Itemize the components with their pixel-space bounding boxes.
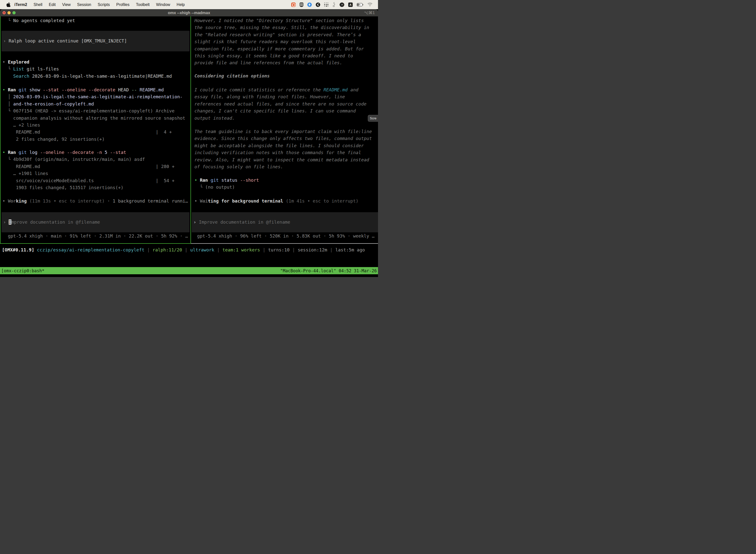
zoom-button[interactable] — [12, 11, 16, 14]
terminal-line: └ (no output) — [194, 184, 378, 190]
terminal-line: src/voice/voiceModeEnabled.ts | 54 + — [2, 177, 191, 184]
terminal-line: • Waiting for background terminal (1m 41… — [194, 198, 378, 205]
apple-icon — [6, 2, 10, 7]
terminal-line: evidence. Since this change only affects… — [194, 135, 378, 142]
pane-border-bottom-right — [191, 243, 378, 244]
window-titlebar[interactable]: omx --xhigh --madmax ⌥⌘1 — [0, 9, 378, 16]
prompt-input[interactable]: › Improve documentation in @filename — [192, 212, 378, 232]
terminal-line: › Ralph loop active continue [OMX_TMUX_I… — [1, 38, 189, 44]
screen-notification[interactable]: Scre — [368, 115, 378, 122]
terminal-line: • Ran git log --oneline --decorate -n 5 … — [2, 149, 191, 156]
terminal-line: the source tree, missing the essay. Stil… — [194, 24, 378, 31]
right-pane: However, I noticed the "Directory Struct… — [191, 16, 378, 243]
terminal-line: of focusing solely on file lines. — [194, 163, 378, 170]
pane-border-bottom-left — [0, 243, 191, 244]
terminal-line: review. Also, I might want to inspect th… — [194, 156, 378, 163]
terminal-line: slight risk that future readers may over… — [194, 38, 378, 45]
reasoning-paragraph: The team guideline is to back every impo… — [191, 128, 378, 170]
git-show-block: • Ran git show --stat --oneline --decora… — [0, 87, 191, 143]
terminal-line: output instead. — [194, 115, 378, 122]
terminal-line: • Ran git show --stat --oneline --decora… — [2, 87, 191, 93]
badge-61-icon[interactable]: ..61 — [339, 2, 344, 7]
terminal-line: • Working (11m 13s • esc to interrupt) ·… — [2, 198, 191, 205]
terminal-line: └ 4b9d30f (origin/main, instructkr/main,… — [2, 156, 191, 163]
terminal-line: │ 2026-03-09-is-legal-the-same-as-legiti… — [2, 93, 191, 100]
terminal-line: … +2 lines — [2, 122, 191, 128]
agents-status: └ No agents completed yet — [0, 17, 191, 24]
shield-grid-icon[interactable] — [300, 2, 303, 7]
menu-item-profiles[interactable]: Profiles — [113, 2, 133, 7]
tmux-status-bar: [omx-cczip0:bash* "MacBook-Pro-44.local"… — [0, 267, 378, 274]
terminal-line: this single essay, it seems like a good … — [194, 52, 378, 59]
menu-item-view[interactable]: View — [59, 2, 74, 7]
screen-recording-icon[interactable] — [291, 2, 296, 7]
terminal-line: README.md | 280 + — [2, 163, 191, 170]
screen: iTerm2 ShellEditViewSessionScriptsProfil… — [0, 0, 378, 277]
terminal-line: including verification notes with those … — [194, 149, 378, 156]
menu-item-scripts[interactable]: Scripts — [94, 2, 113, 7]
session-statusline: gpt-5.4 xhigh · main · 91% left · 2.31M … — [0, 233, 191, 239]
dark-chevron-icon[interactable] — [316, 2, 320, 7]
menu-item-edit[interactable]: Edit — [46, 2, 59, 7]
menu-items: ShellEditViewSessionScriptsProfilesToolb… — [30, 2, 188, 7]
terminal-line: › Improve documentation in @filename — [1, 219, 189, 226]
close-button[interactable] — [2, 11, 6, 14]
reasoning-heading: Considering citation options — [191, 72, 378, 79]
minimize-button[interactable] — [7, 11, 11, 14]
terminal-line: changes, I can't cite specific file line… — [194, 107, 378, 114]
terminal-line: gpt-5.4 xhigh · main · 91% left · 2.31M … — [2, 233, 191, 239]
apple-menu[interactable] — [6, 2, 10, 7]
menu-item-toolbelt[interactable]: Toolbelt — [133, 2, 153, 7]
terminal-line: However, I noticed the "Directory Struct… — [194, 17, 378, 24]
terminal-line: companion file, especially if more comme… — [194, 45, 378, 52]
menu-item-shell[interactable]: Shell — [30, 2, 46, 7]
blue-badge-icon[interactable] — [307, 2, 312, 7]
input-source-icon[interactable]: A — [348, 2, 353, 7]
terminal-line: • Explored — [2, 59, 191, 65]
waiting-status: • Waiting for background terminal (1m 41… — [191, 198, 378, 205]
working-status: • Working (11m 13s • esc to interrupt) ·… — [0, 198, 191, 205]
terminal-line: 2 files changed, 92 insertions(+) — [2, 136, 191, 143]
terminal-line: … +1901 lines — [2, 170, 191, 177]
tmux-session-label: [omx-cczip0:bash* — [1, 268, 44, 273]
session-statusline: gpt-5.4 xhigh · 96% left · 520K in · 5.8… — [191, 233, 378, 239]
window-shortcut-badge: ⌥⌘1 — [364, 10, 375, 15]
terminal-line: provide file and line references from th… — [194, 59, 378, 66]
prompt-input[interactable]: › Improve documentation in @filename — [1, 212, 189, 232]
terminal-line: └ 067f154 (HEAD -> essay/ai-reimplementa… — [2, 107, 191, 114]
omx-status-line: [OMX#0.11.9] cczip/essay/ai-reimplementa… — [0, 246, 378, 254]
terminal-line: The team guideline is to back every impo… — [194, 128, 378, 135]
left-pane: └ No agents completed yet› Ralph loop ac… — [0, 16, 191, 243]
terminal-line: › Improve documentation in @filename — [192, 219, 378, 226]
terminal-line: Considering citation options — [194, 72, 378, 79]
inject-banner: › Ralph loop active continue [OMX_TMUX_I… — [1, 31, 189, 51]
terminal-line: Search 2026-03-09-is-legal-the-same-as-l… — [2, 73, 191, 80]
reasoning-paragraph: However, I noticed the "Directory Struct… — [191, 17, 378, 66]
hook-icon[interactable] — [332, 2, 335, 7]
dots-grid-icon[interactable] — [324, 2, 328, 7]
terminal-line: the "Related research writing" section i… — [194, 31, 378, 38]
terminal-line: gpt-5.4 xhigh · 96% left · 520K in · 5.8… — [194, 233, 378, 239]
terminal-line: references need actual files, and since … — [194, 101, 378, 107]
terminal-line: essay file, along with finding root file… — [194, 93, 378, 100]
pane-divider[interactable] — [190, 16, 191, 244]
menu-item-help[interactable]: Help — [173, 2, 188, 7]
tmux-host-clock: "MacBook-Pro-44.local" 04:52 31-Mar-26 — [280, 268, 377, 273]
terminal-line: 1903 files changed, 513517 insertions(+) — [2, 184, 191, 191]
terminal-line: • Ran git status --short — [194, 177, 378, 184]
pane-border-left — [0, 16, 0, 244]
battery-charging-icon[interactable] — [357, 3, 363, 6]
menu-item-window[interactable]: Window — [153, 2, 173, 7]
iterm-window: omx --xhigh --madmax ⌥⌘1 └ No agents com… — [0, 9, 378, 277]
menu-item-session[interactable]: Session — [74, 2, 94, 7]
wifi-icon[interactable] — [367, 3, 373, 7]
explored-block: • Explored └ List git ls-files Search 20… — [0, 59, 191, 80]
terminal-line: │ and-the-erosion-of-copyleft.md — [2, 101, 191, 107]
git-log-block: • Ran git log --oneline --decorate -n 5 … — [0, 149, 191, 191]
terminal-line: └ No agents completed yet — [2, 17, 191, 24]
menu-item-app[interactable]: iTerm2 — [10, 2, 30, 7]
terminal-line: companion analysis without altering the … — [2, 115, 191, 122]
terminal: └ No agents completed yet› Ralph loop ac… — [0, 16, 378, 267]
terminal-line: README.md | 4 + — [2, 128, 191, 135]
window-title: omx --xhigh --madmax — [168, 11, 210, 15]
